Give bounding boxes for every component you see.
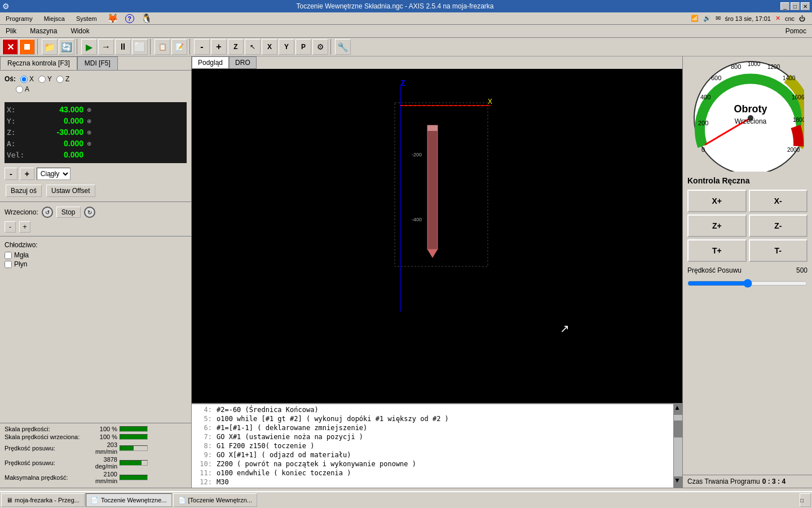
coolant-flood-checkbox[interactable] xyxy=(5,261,12,268)
pause-button[interactable]: ⏸ xyxy=(115,39,131,55)
view-menu[interactable]: Widok xyxy=(67,26,92,36)
x-axis-btn[interactable]: X xyxy=(262,39,277,55)
t-minus-button[interactable]: T- xyxy=(749,239,808,262)
line-num-3: 7: xyxy=(195,433,212,441)
datetime-display: śro 13 sie, 17:01 xyxy=(725,15,771,22)
home-z[interactable]: Z xyxy=(228,39,244,55)
spindle-stop-button[interactable]: Stop xyxy=(56,207,81,218)
reload-button[interactable]: 🔄 xyxy=(59,39,74,55)
step-button[interactable]: → xyxy=(98,39,114,55)
axis-a-radio[interactable]: A xyxy=(16,85,29,93)
zoom-plus[interactable]: + xyxy=(211,39,227,55)
toolbar-separator-1 xyxy=(37,39,39,55)
scroll-up-button[interactable]: ▲ xyxy=(674,404,682,415)
pos-y-arrow: ⊕ xyxy=(87,118,91,124)
spindle-ccw-icon[interactable]: ↺ xyxy=(42,207,53,218)
open-button[interactable]: 📁 xyxy=(42,39,58,55)
jog-mode-select[interactable]: Ciągły xyxy=(37,168,70,180)
axis-y-radio[interactable]: Y xyxy=(38,75,52,83)
zoom-minus[interactable]: - xyxy=(194,39,210,55)
program-btn1[interactable]: 📋 xyxy=(155,39,170,55)
tab-dro[interactable]: DRO xyxy=(229,56,257,69)
taskbar-item-1[interactable]: 📄 Toczenie Wewnętrzne... xyxy=(86,493,172,507)
file-menu[interactable]: Plik xyxy=(2,26,20,36)
estop-button[interactable]: ✕ xyxy=(2,39,18,55)
line-content-0: #2=-60 (Średnica Końcowa) xyxy=(217,406,319,414)
manual-control-grid: X+ X- Z+ Z- T+ T- xyxy=(687,190,807,262)
minimize-button[interactable]: _ xyxy=(780,2,789,10)
system-menu[interactable]: System xyxy=(73,15,100,22)
line-content-5: GO X[#1+1] ( odjazd od materiału) xyxy=(217,451,351,459)
programy-menu[interactable]: Programy xyxy=(2,15,36,22)
set-offset-button[interactable]: Ustaw Offset xyxy=(46,185,95,197)
scroll-down-button[interactable]: ▼ xyxy=(674,476,682,488)
spindle-speed-plus[interactable]: + xyxy=(19,221,30,233)
svg-text:800: 800 xyxy=(731,63,741,70)
tab-preview[interactable]: Podgląd xyxy=(192,56,229,69)
spindle-speed-minus[interactable]: - xyxy=(5,221,16,233)
machine-menu[interactable]: Maszyna xyxy=(27,26,60,36)
tab-manual-control[interactable]: Ręczna kontrola [F3] xyxy=(0,56,77,70)
firefox-icon[interactable]: 🦊 xyxy=(105,13,121,24)
line-content-1: o100 while [#1 gt #2] ( wykonuj dopóki #… xyxy=(217,415,449,423)
taskbar-item-0[interactable]: 🖥 moja-frezarka - Przeg... xyxy=(1,493,85,507)
jog-plus-button[interactable]: + xyxy=(20,168,34,180)
axis-x-radio[interactable]: X xyxy=(20,75,34,83)
help-menu[interactable]: Pomoc xyxy=(782,26,810,36)
system-icon[interactable]: 🐧 xyxy=(139,13,155,24)
help-icon[interactable]: ? xyxy=(125,14,134,23)
program-btn2[interactable]: 📝 xyxy=(171,39,187,55)
spindle-label: Wrzeciono: xyxy=(5,208,38,216)
feed-rate-row: Prędkość Posuwu 500 xyxy=(687,264,807,277)
t-plus-button[interactable]: T+ xyxy=(687,239,747,262)
svg-text:Obroty: Obroty xyxy=(734,103,767,115)
spindle-speed-control: - + xyxy=(0,220,191,234)
block-button[interactable]: ⬜ xyxy=(132,39,148,55)
line-num-7: 11: xyxy=(195,469,212,477)
line-content-4: G1 F200 z150( toczenie ) xyxy=(217,442,314,450)
pos-vel-value: 0.000 xyxy=(29,150,86,160)
taskbar-item-2[interactable]: 📄 [Toczenie Wewnętrzn... xyxy=(173,493,258,507)
3d-viewport[interactable]: Z X -200 -400 xyxy=(192,69,682,403)
x-minus-button[interactable]: X- xyxy=(749,190,808,212)
scale-value-3: 3878 deg/min xyxy=(89,456,117,470)
maximize-button[interactable]: □ xyxy=(791,2,800,10)
scale-label-1: Skala prędkości wrzeciona: xyxy=(5,433,89,440)
svg-text:400: 400 xyxy=(700,94,710,100)
scale-row-2: Prędkość posuwu: 203 mm/min xyxy=(5,441,187,455)
scale-label-0: Skala prędkości: xyxy=(5,426,89,432)
jog-minus-button[interactable]: - xyxy=(5,168,17,180)
code-panel[interactable]: 4:#2=-60 (Średnica Końcowa)5:o100 while … xyxy=(192,404,673,488)
spindle-cw-icon[interactable]: ↻ xyxy=(84,207,95,218)
miejsca-menu[interactable]: Miejsca xyxy=(41,15,68,22)
tool-btn[interactable]: 🔧 xyxy=(335,39,351,55)
scale-bar-3 xyxy=(120,460,148,466)
z-minus-button[interactable]: Z- xyxy=(749,214,808,237)
home-axis-button[interactable]: Bazuj oś xyxy=(6,185,42,197)
code-line-7: 11:o100 endwhile ( koniec toczenia ) xyxy=(193,468,672,478)
code-scrollbar[interactable]: ▲ ▼ xyxy=(673,404,682,488)
home-all[interactable]: ↖ xyxy=(245,39,261,55)
stop-button[interactable]: ⏹ xyxy=(19,39,35,55)
close-button[interactable]: ✕ xyxy=(801,2,810,10)
tab-mdi[interactable]: MDI [F5] xyxy=(77,56,118,70)
taskbar-label-1: Toczenie Wewnętrzne... xyxy=(101,497,167,503)
axis-button-row: Bazuj oś Ustaw Offset xyxy=(0,182,191,199)
y-axis-btn[interactable]: Y xyxy=(279,39,294,55)
axis-z-radio[interactable]: Z xyxy=(56,75,69,83)
scale-value-0: 100 % xyxy=(89,426,117,432)
left-panel: Ręczna kontrola [F3] MDI [F5] Oś: X Y Z … xyxy=(0,56,192,488)
run-button[interactable]: ▶ xyxy=(81,39,97,55)
taskbar-show-desktop[interactable]: □ xyxy=(800,493,811,507)
feed-rate-slider[interactable] xyxy=(687,279,807,288)
scroll-thumb[interactable] xyxy=(674,421,682,437)
p-btn[interactable]: P xyxy=(295,39,311,55)
svg-text:1200: 1200 xyxy=(767,64,780,70)
coolant-mist: Mgła xyxy=(5,251,187,259)
x-plus-button[interactable]: X+ xyxy=(687,190,747,212)
settings-btn[interactable]: ⚙ xyxy=(312,39,328,55)
pos-z-value: -30.000 xyxy=(29,127,86,137)
z-plus-button[interactable]: Z+ xyxy=(687,214,747,237)
scale-bar-2 xyxy=(120,445,148,451)
coolant-mist-checkbox[interactable] xyxy=(5,252,12,259)
